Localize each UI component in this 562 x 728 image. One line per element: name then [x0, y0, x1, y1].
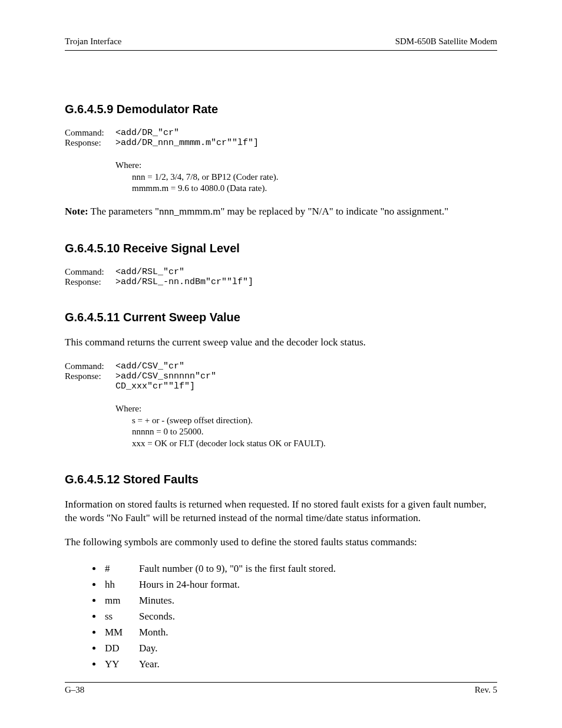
list-item: #Fault number (0 to 9), "0" is the first…	[103, 562, 497, 576]
heading-receive-signal-level: G.6.4.5.10 Receive Signal Level	[65, 242, 497, 255]
response-label: Response:	[65, 371, 115, 391]
list-item: mmMinutes.	[103, 594, 497, 608]
note-paragraph: Note: The parameters "nnn_mmmm.m" may be…	[65, 205, 497, 219]
symbol-desc: Hours in 24-hour format.	[139, 579, 240, 590]
command-label: Command:	[65, 128, 115, 138]
response-label: Response:	[65, 138, 115, 148]
response-label: Response:	[65, 277, 115, 287]
command-code: <add/RSL_"cr"	[115, 267, 253, 277]
symbol-desc: Year.	[139, 658, 160, 670]
where-label: Where:	[115, 160, 497, 172]
header-right: SDM-650B Satellite Modem	[395, 37, 497, 47]
list-item: ssSeconds.	[103, 610, 497, 624]
page: Trojan Interface SDM-650B Satellite Mode…	[0, 0, 562, 728]
symbol: DD	[105, 642, 139, 655]
section-stored-faults: G.6.4.5.12 Stored Faults Information on …	[65, 473, 497, 671]
running-head: Trojan Interface SDM-650B Satellite Mode…	[65, 37, 497, 47]
stored-faults-para-2: The following symbols are commonly used …	[65, 536, 497, 549]
section-receive-signal-level: G.6.4.5.10 Receive Signal Level Command:…	[65, 242, 497, 287]
where-label: Where:	[115, 403, 497, 415]
note-label: Note:	[65, 206, 88, 217]
where-line-3: xxx = OK or FLT (decoder lock status OK …	[132, 438, 497, 450]
where-line-2: nnnnn = 0 to 25000.	[132, 426, 497, 438]
symbol: ss	[105, 610, 139, 624]
where-block: Where: s = + or - (sweep offset directio…	[115, 403, 497, 449]
where-line-2: mmmm.m = 9.6 to 4080.0 (Data rate).	[132, 183, 497, 195]
heading-stored-faults: G.6.4.5.12 Stored Faults	[65, 473, 497, 486]
symbol-desc: Seconds.	[139, 611, 175, 622]
command-label: Command:	[65, 267, 115, 277]
content: G.6.4.5.9 Demodulator Rate Command: <add…	[65, 51, 497, 671]
command-label: Command:	[65, 361, 115, 371]
where-block: Where: nnn = 1/2, 3/4, 7/8, or BP12 (Cod…	[115, 160, 497, 195]
symbol: MM	[105, 626, 139, 640]
section-demodulator-rate: G.6.4.5.9 Demodulator Rate Command: <add…	[65, 103, 497, 218]
symbol-list: #Fault number (0 to 9), "0" is the first…	[65, 562, 497, 671]
note-text: The parameters "nnn_mmmm.m" may be repla…	[88, 206, 449, 217]
where-line-1: s = + or - (sweep offset direction).	[132, 415, 497, 427]
heading-current-sweep-value: G.6.4.5.11 Current Sweep Value	[65, 311, 497, 324]
intro-paragraph: This command returns the current sweep v…	[65, 336, 497, 350]
response-code: >add/RSL_-nn.ndBm"cr""lf"]	[115, 277, 253, 287]
footer: G–38 Rev. 5	[65, 682, 497, 695]
list-item: YYYear.	[103, 658, 497, 671]
response-code: >add/CSV_snnnnn"cr" CD_xxx"cr""lf"]	[115, 371, 216, 391]
response-code: >add/DR_nnn_mmmm.m"cr""lf"]	[115, 138, 259, 148]
command-code: <add/DR_"cr"	[115, 128, 259, 138]
header-left: Trojan Interface	[65, 37, 122, 47]
where-line-1: nnn = 1/2, 3/4, 7/8, or BP12 (Coder rate…	[132, 172, 497, 183]
symbol: #	[105, 562, 139, 576]
symbol: hh	[105, 578, 139, 592]
stored-faults-para-1: Information on stored faults is returned…	[65, 498, 497, 525]
symbol: YY	[105, 658, 139, 671]
command-table: Command: <add/DR_"cr" Response: >add/DR_…	[65, 128, 259, 148]
list-item: hhHours in 24-hour format.	[103, 578, 497, 592]
list-item: MMMonth.	[103, 626, 497, 640]
command-table: Command: <add/RSL_"cr" Response: >add/RS…	[65, 267, 253, 287]
section-current-sweep-value: G.6.4.5.11 Current Sweep Value This comm…	[65, 311, 497, 449]
symbol-desc: Day.	[139, 643, 157, 654]
symbol: mm	[105, 594, 139, 608]
symbol-desc: Fault number (0 to 9), "0" is the first …	[139, 563, 336, 574]
symbol-desc: Minutes.	[139, 595, 174, 606]
footer-rule	[65, 682, 497, 683]
command-code: <add/CSV_"cr"	[115, 361, 216, 371]
revision: Rev. 5	[475, 685, 497, 695]
page-number: G–38	[65, 685, 84, 695]
command-table: Command: <add/CSV_"cr" Response: >add/CS…	[65, 361, 216, 391]
symbol-desc: Month.	[139, 627, 168, 638]
heading-demodulator-rate: G.6.4.5.9 Demodulator Rate	[65, 103, 497, 116]
list-item: DDDay.	[103, 642, 497, 655]
